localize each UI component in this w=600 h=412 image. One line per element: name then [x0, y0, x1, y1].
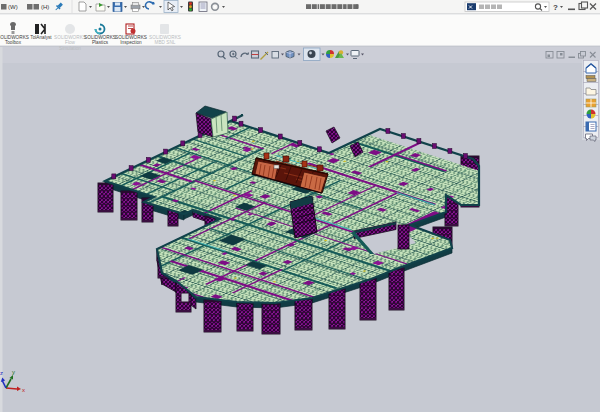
svg-text:Inspection: Inspection [120, 40, 142, 45]
svg-text:?: ? [553, 3, 558, 12]
svg-text:Simulation: Simulation [59, 46, 81, 51]
svg-text:Toolbox: Toolbox [5, 40, 22, 45]
svg-text:SOLIDWORKS: SOLIDWORKS [115, 35, 147, 40]
svg-text:SOLIDWORKS: SOLIDWORKS [0, 35, 29, 40]
svg-text:Plastics: Plastics [92, 40, 109, 45]
svg-text:y: y [12, 369, 15, 375]
svg-text:TolAnalyst: TolAnalyst [30, 35, 52, 40]
svg-text:MBD SNL: MBD SNL [155, 40, 176, 45]
svg-text:SOLIDWORKS: SOLIDWORKS [54, 35, 86, 40]
svg-text:(H): (H) [41, 4, 49, 10]
svg-text:Flow: Flow [65, 40, 76, 45]
svg-text:x: x [22, 387, 25, 393]
svg-text:SOLIDWORKS: SOLIDWORKS [84, 35, 116, 40]
svg-text:(W): (W) [8, 4, 18, 10]
svg-text:SOLIDWORKS: SOLIDWORKS [149, 35, 181, 40]
svg-text:z: z [0, 370, 3, 376]
